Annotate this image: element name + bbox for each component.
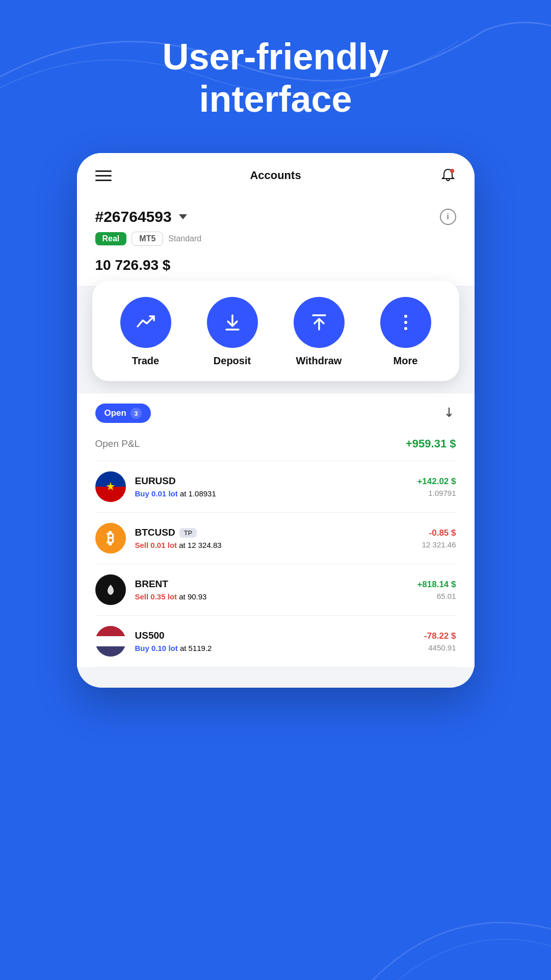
brent-detail: Sell 0.35 lot at 90.93 — [135, 592, 408, 601]
deposit-icon — [221, 311, 244, 334]
us500-values: -78.22 $ 4450.91 — [424, 631, 456, 652]
account-info-button[interactable]: i — [440, 209, 456, 225]
withdraw-label: Withdraw — [296, 355, 342, 367]
tag-standard: Standard — [168, 234, 201, 243]
us500-info: US500 Buy 0.10 lot at 5119.2 — [135, 630, 415, 652]
svg-point-0 — [450, 169, 454, 173]
notifications-button[interactable] — [440, 167, 456, 184]
tab-open[interactable]: Open 3 — [95, 404, 151, 423]
eurusd-price: 1.08931 — [189, 489, 216, 498]
us500-icon: NDX — [95, 626, 126, 657]
brent-info: BRENT Sell 0.35 lot at 90.93 — [135, 579, 408, 601]
more-action[interactable]: More — [380, 297, 431, 367]
account-number[interactable]: #26764593 — [95, 208, 187, 225]
trade-icon — [135, 311, 157, 334]
brent-symbol: BRENT — [135, 579, 408, 590]
svg-point-6 — [404, 321, 407, 324]
btcusd-values: -0.85 $ 12 321.46 — [422, 528, 456, 549]
brent-at: at — [179, 592, 188, 601]
withdraw-icon — [308, 311, 330, 334]
account-tags: Real MT5 Standard — [95, 232, 456, 246]
account-card: #26764593 i Real MT5 Standard 10 726.93 … — [77, 194, 475, 286]
more-label: More — [393, 355, 418, 367]
open-count-badge: 3 — [130, 408, 142, 419]
brent-direction: Sell 0.35 lot — [135, 592, 177, 601]
us500-symbol: US500 — [135, 630, 415, 641]
tp-badge: TP — [179, 528, 197, 538]
account-balance: 10 726.93 $ — [95, 257, 456, 273]
trade-row[interactable]: EURUSD Buy 0.01 lot at 1.08931 +142.02 $… — [95, 461, 456, 513]
us500-direction: Buy 0.10 lot — [135, 644, 178, 652]
btcusd-info: BTCUSD TP Sell 0.01 lot at 12 324.83 — [135, 527, 413, 549]
btcusd-detail: Sell 0.01 lot at 12 324.83 — [135, 541, 413, 549]
pnl-label: Open P&L — [95, 438, 140, 449]
brent-icon — [95, 574, 126, 605]
more-button[interactable] — [380, 297, 431, 348]
trade-action[interactable]: Trade — [120, 297, 171, 367]
us500-price: 5119.2 — [189, 644, 212, 652]
eurusd-current: 1.09791 — [417, 489, 456, 497]
withdraw-button[interactable] — [294, 297, 345, 348]
phone-mockup: Accounts #26764593 i Real MT5 Standard 1… — [77, 153, 475, 688]
menu-button[interactable] — [95, 170, 112, 181]
btcusd-at: at — [179, 541, 188, 549]
hero-title: User-friendly interface — [0, 36, 551, 120]
eurusd-flag-icon — [95, 471, 126, 502]
brent-price: 90.93 — [188, 592, 207, 601]
trade-button[interactable] — [120, 297, 171, 348]
more-icon — [395, 311, 417, 334]
tag-mt5: MT5 — [132, 232, 163, 246]
btcusd-symbol: BTCUSD TP — [135, 527, 413, 538]
actions-card: Trade Deposit Withdraw — [92, 281, 459, 381]
pnl-value: +959.31 $ — [406, 437, 456, 450]
eurusd-pnl: +142.02 $ — [417, 476, 456, 487]
bg-decoration-bottom — [347, 827, 551, 980]
pnl-row: Open P&L +959.31 $ — [95, 431, 456, 461]
tag-real: Real — [95, 232, 127, 245]
trade-row[interactable]: BRENT Sell 0.35 lot at 90.93 +818.14 $ 6… — [95, 564, 456, 616]
btcusd-current: 12 321.46 — [422, 540, 456, 549]
trade-row[interactable]: ₿ BTCUSD TP Sell 0.01 lot at 12 324.83 -… — [95, 513, 456, 564]
eurusd-at: at — [180, 489, 189, 498]
svg-point-5 — [404, 315, 407, 318]
account-number-row: #26764593 i — [95, 208, 456, 225]
sort-button[interactable] — [442, 405, 456, 421]
page-title: Accounts — [250, 169, 301, 182]
trade-label: Trade — [132, 355, 159, 367]
deposit-label: Deposit — [214, 355, 251, 367]
us500-current: 4450.91 — [424, 643, 456, 652]
eurusd-info: EURUSD Buy 0.01 lot at 1.08931 — [135, 475, 408, 498]
eurusd-values: +142.02 $ 1.09791 — [417, 476, 456, 497]
eurusd-detail: Buy 0.01 lot at 1.08931 — [135, 489, 408, 498]
app-header: Accounts — [77, 153, 475, 194]
us500-pnl: -78.22 $ — [424, 631, 456, 641]
trade-row[interactable]: NDX US500 Buy 0.10 lot at 5119.2 -78.22 … — [95, 616, 456, 667]
svg-point-7 — [404, 327, 407, 330]
brent-current: 65.01 — [417, 592, 456, 600]
btcusd-icon: ₿ — [95, 523, 126, 554]
withdraw-action[interactable]: Withdraw — [294, 297, 345, 367]
btcusd-price: 12 324.83 — [188, 541, 222, 549]
btcusd-direction: Sell 0.01 lot — [135, 541, 177, 549]
btcusd-pnl: -0.85 $ — [422, 528, 456, 538]
deposit-action[interactable]: Deposit — [207, 297, 258, 367]
brent-values: +818.14 $ 65.01 — [417, 580, 456, 600]
us500-at: at — [180, 644, 189, 652]
us500-detail: Buy 0.10 lot at 5119.2 — [135, 644, 415, 652]
brent-pnl: +818.14 $ — [417, 580, 456, 590]
deposit-button[interactable] — [207, 297, 258, 348]
tabs-row: Open 3 — [95, 404, 456, 431]
account-selector-chevron[interactable] — [179, 214, 187, 219]
eurusd-symbol: EURUSD — [135, 475, 408, 487]
eurusd-direction: Buy 0.01 lot — [135, 489, 178, 498]
trades-section: Open 3 Open P&L +959.31 $ EURUSD — [77, 393, 475, 667]
